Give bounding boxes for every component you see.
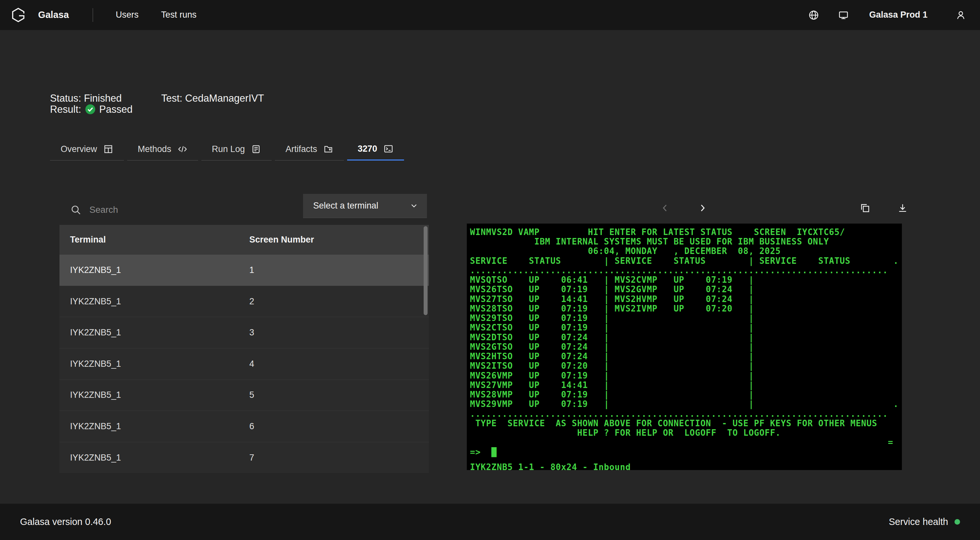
- terminal-line: MVS2DTSO UP 07:24 | |: [470, 333, 902, 342]
- top-navigation-bar: Galasa Users Test runs Galasa Prod 1: [0, 0, 980, 30]
- terminals-table: Terminal Screen Number IYK2ZNB5_1 1 IYK2…: [59, 225, 429, 473]
- column-header-terminal: Terminal: [59, 235, 250, 245]
- terminal-select[interactable]: Select a terminal: [303, 194, 427, 218]
- terminal-line: MVS2ITSO UP 07:20 | |: [470, 361, 902, 371]
- cell-screen-number: 2: [250, 296, 429, 307]
- table-row[interactable]: IYK2ZNB5_1 6: [59, 411, 429, 442]
- terminal-line: ........................................…: [470, 266, 902, 275]
- cell-terminal: IYK2ZNB5_1: [59, 390, 250, 400]
- terminal-3270-screen[interactable]: WINMVS2D VAMP HIT ENTER FOR LATEST STATU…: [467, 224, 902, 470]
- tab-methods-label: Methods: [138, 144, 171, 154]
- galasa-logo-icon[interactable]: [10, 7, 27, 23]
- service-health-label: Service health: [889, 516, 948, 527]
- terminal-line: MVS2HTSO UP 07:24 | |: [470, 352, 902, 361]
- run-status-line: Status: Finished: [50, 92, 133, 104]
- terminal-line: MVS27VMP UP 14:41 | |: [470, 381, 902, 390]
- tab-3270[interactable]: 3270: [347, 138, 404, 161]
- status-label: Status:: [50, 92, 81, 104]
- terminal-line: MVS29VMP UP 07:19 | | .: [470, 400, 902, 409]
- terminal-line: => █: [470, 448, 902, 457]
- table-scrollbar-track[interactable]: [424, 225, 427, 473]
- table-row[interactable]: IYK2ZNB5_1 5: [59, 379, 429, 411]
- table-row[interactable]: IYK2ZNB5_1 4: [59, 348, 429, 379]
- column-header-screen-number: Screen Number: [250, 235, 429, 245]
- status-value: Finished: [84, 92, 122, 104]
- tab-run-log[interactable]: Run Log: [201, 138, 272, 161]
- cell-terminal: IYK2ZNB5_1: [59, 328, 250, 338]
- app-window: Galasa Users Test runs Galasa Prod 1 Sta…: [0, 0, 980, 540]
- cell-screen-number: 1: [250, 265, 429, 275]
- terminal-line: TYPE SERVICE AS SHOWN ABOVE FOR CONNECTI…: [470, 419, 902, 428]
- brand-name[interactable]: Galasa: [38, 10, 69, 20]
- terminal-line: IBM INTERNAL SYSTEMS MUST BE USED FOR IB…: [470, 237, 902, 247]
- monitor-icon[interactable]: [837, 8, 851, 22]
- terminal-line: SERVICE STATUS | SERVICE STATUS | SERVIC…: [470, 256, 902, 266]
- chevron-down-icon: [410, 202, 418, 210]
- terminal-line: MVS29TSO UP 07:19 | |: [470, 314, 902, 323]
- table-row[interactable]: IYK2ZNB5_1 7: [59, 442, 429, 473]
- download-icon: [897, 203, 908, 213]
- terminal-line: MVS2GTSO UP 07:24 | |: [470, 342, 902, 352]
- search-input[interactable]: [89, 205, 245, 215]
- cell-terminal: IYK2ZNB5_1: [59, 453, 250, 463]
- terminal-line: MVSQTSO UP 06:41 | MVS2CVMP UP 07:19 |: [470, 275, 902, 285]
- table-row[interactable]: IYK2ZNB5_1 1: [59, 254, 429, 286]
- next-screen-button[interactable]: [693, 199, 712, 217]
- cell-terminal: IYK2ZNB5_1: [59, 359, 250, 369]
- test-label: Test:: [161, 92, 182, 104]
- terminal-line: 06:04, MONDAY , DECEMBER 08, 2025: [470, 247, 902, 256]
- cell-screen-number: 4: [250, 359, 429, 369]
- service-health[interactable]: Service health: [889, 516, 960, 527]
- nav-divider: [92, 8, 93, 22]
- result-value: Passed: [99, 104, 133, 115]
- tab-methods[interactable]: Methods: [127, 138, 198, 161]
- nav-users[interactable]: Users: [116, 10, 138, 20]
- cell-screen-number: 3: [250, 328, 429, 338]
- copy-icon: [860, 203, 870, 213]
- chevron-left-icon: [660, 203, 670, 213]
- copy-button[interactable]: [856, 199, 874, 217]
- table-scrollbar-thumb[interactable]: [424, 226, 427, 315]
- nav-test-runs[interactable]: Test runs: [161, 10, 197, 20]
- globe-icon[interactable]: [807, 8, 821, 22]
- chevron-right-icon: [698, 203, 708, 213]
- cell-screen-number: 5: [250, 390, 429, 400]
- run-result-line: Result: Passed: [50, 104, 133, 115]
- tab-3270-label: 3270: [358, 144, 377, 154]
- terminal-line: =: [470, 438, 902, 447]
- terminal-icon: [383, 144, 394, 154]
- terminal-line: MVS26VMP UP 07:19 | |: [470, 371, 902, 381]
- check-circle-icon: [85, 104, 96, 115]
- terminal-line: MVS26TSO UP 07:19 | MVS2GVMP UP 07:24 |: [470, 285, 902, 294]
- terminal-line: ........................................…: [470, 409, 902, 419]
- log-icon: [251, 144, 261, 154]
- footer-bar: Galasa version 0.46.0 Service health: [0, 504, 980, 540]
- tab-run-log-label: Run Log: [212, 144, 245, 154]
- terminal-status-line: IYK2ZNB5_1-1 - 80x24 - Inbound: [470, 462, 902, 470]
- tab-bar: Overview Methods Run Log: [50, 138, 407, 161]
- tab-artifacts-label: Artifacts: [285, 144, 317, 154]
- service-health-dot-icon: [955, 519, 960, 525]
- dashboard-icon: [103, 144, 113, 154]
- artifacts-icon: [323, 144, 333, 154]
- cell-screen-number: 6: [250, 421, 429, 432]
- user-icon[interactable]: [954, 8, 967, 22]
- tab-overview[interactable]: Overview: [50, 138, 124, 161]
- cell-terminal: IYK2ZNB5_1: [59, 421, 250, 432]
- search-box: [60, 199, 273, 221]
- download-button[interactable]: [893, 199, 912, 217]
- terminal-line: MVS28TSO UP 07:19 | MVS2IVMP UP 07:20 |: [470, 304, 902, 314]
- tab-overview-label: Overview: [60, 144, 97, 154]
- test-value: CedaManagerIVT: [185, 92, 264, 104]
- version-text: Galasa version 0.46.0: [20, 516, 111, 527]
- cell-screen-number: 7: [250, 453, 429, 463]
- table-row[interactable]: IYK2ZNB5_1 2: [59, 286, 429, 317]
- previous-screen-button[interactable]: [656, 199, 675, 217]
- terminal-line: MVS2CTSO UP 07:19 | |: [470, 323, 902, 333]
- terminal-line: WINMVS2D VAMP HIT ENTER FOR LATEST STATU…: [470, 228, 902, 237]
- cell-terminal: IYK2ZNB5_1: [59, 296, 250, 307]
- table-row[interactable]: IYK2ZNB5_1 3: [59, 317, 429, 348]
- environment-name[interactable]: Galasa Prod 1: [869, 10, 928, 20]
- terminal-line: MVS27TSO UP 14:41 | MVS2HVMP UP 07:24 |: [470, 295, 902, 304]
- tab-artifacts[interactable]: Artifacts: [275, 138, 344, 161]
